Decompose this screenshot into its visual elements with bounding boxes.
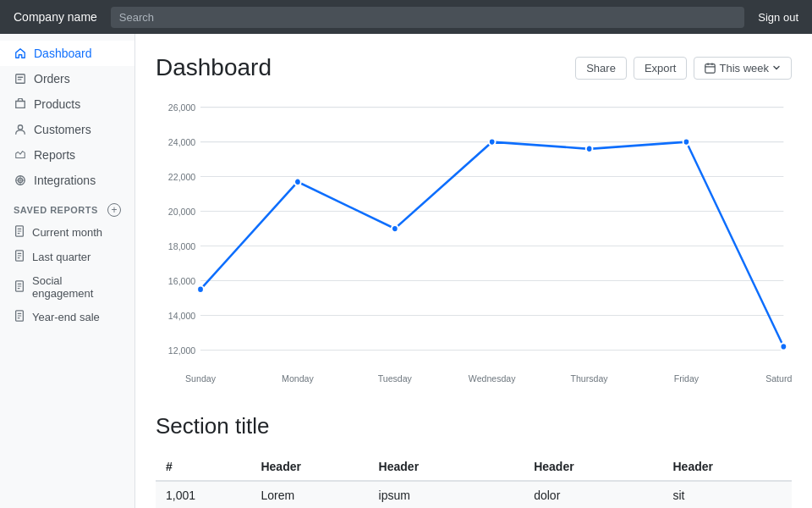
page-header: Dashboard Share Export This week <box>156 54 792 81</box>
sidebar-item-customers[interactable]: Customers <box>0 117 134 142</box>
sidebar-item-reports[interactable]: Reports <box>0 142 134 168</box>
home-icon <box>14 47 27 60</box>
page-title: Dashboard <box>156 54 272 81</box>
products-icon <box>14 97 27 111</box>
date-range-button[interactable]: This week <box>694 57 792 80</box>
table-cell: sit <box>663 481 793 508</box>
saved-report-current-month[interactable]: Current month <box>0 220 134 245</box>
document-icon <box>14 280 25 295</box>
brand-logo: Company name <box>14 10 97 24</box>
saved-report-last-quarter[interactable]: Last quarter <box>0 245 134 269</box>
section-title: Section title <box>156 413 792 439</box>
svg-text:26,000: 26,000 <box>168 102 195 113</box>
svg-point-34 <box>392 225 398 233</box>
table-header: #HeaderHeaderHeaderHeader <box>156 453 792 481</box>
svg-text:Monday: Monday <box>282 373 314 384</box>
calendar-icon <box>705 63 716 74</box>
svg-rect-8 <box>705 64 715 73</box>
svg-text:12,000: 12,000 <box>168 345 195 356</box>
saved-report-year-end-sale[interactable]: Year-end sale <box>0 305 134 329</box>
svg-text:14,000: 14,000 <box>168 310 195 321</box>
table-column-header: Header <box>369 453 524 481</box>
customers-icon <box>14 123 27 136</box>
saved-report-label: Year-end sale <box>32 311 100 323</box>
topbar: Company name Sign out <box>0 0 812 34</box>
chevron-down-icon <box>772 64 781 72</box>
saved-reports-label: SAVED REPORTS <box>14 205 98 215</box>
sidebar-item-label: Customers <box>34 123 91 136</box>
svg-text:20,000: 20,000 <box>168 206 195 217</box>
table-body: 1,001Loremipsumdolorsit1,002ametconsecte… <box>156 481 792 508</box>
chart-container: 12,00014,00016,00018,00020,00022,00024,0… <box>156 98 792 386</box>
sidebar-item-label: Integrations <box>34 174 96 187</box>
svg-point-36 <box>586 146 593 153</box>
main-content: Dashboard Share Export This week 12,0001… <box>135 34 812 508</box>
svg-text:22,000: 22,000 <box>168 171 195 182</box>
svg-text:Tuesday: Tuesday <box>378 373 413 384</box>
table-column-header: Header <box>663 453 793 481</box>
header-actions: Share Export This week <box>575 57 792 80</box>
table-cell: Lorem <box>250 481 368 508</box>
sidebar-item-label: Orders <box>34 72 70 86</box>
svg-text:24,000: 24,000 <box>168 136 195 147</box>
svg-text:18,000: 18,000 <box>168 240 195 251</box>
document-icon <box>14 310 25 324</box>
svg-text:Thursday: Thursday <box>571 373 609 384</box>
add-saved-report-button[interactable]: + <box>107 203 121 217</box>
sidebar-item-label: Dashboard <box>34 47 92 60</box>
svg-text:Saturday: Saturday <box>765 373 792 384</box>
table-row: 1,001Loremipsumdolorsit <box>156 481 792 508</box>
sidebar-item-integrations[interactable]: Integrations <box>0 168 134 193</box>
table-cell: ipsum <box>369 481 524 508</box>
svg-text:16,000: 16,000 <box>168 275 195 286</box>
sidebar: DashboardOrdersProductsCustomersReportsI… <box>0 34 135 508</box>
table-column-header: Header <box>524 453 662 481</box>
data-table: #HeaderHeaderHeaderHeader 1,001Loremipsu… <box>156 453 792 508</box>
svg-text:Wednesday: Wednesday <box>469 373 516 384</box>
signout-button[interactable]: Sign out <box>758 11 798 24</box>
saved-report-label: Last quarter <box>32 251 91 263</box>
saved-report-social-engagement[interactable]: Social engagement <box>0 269 134 305</box>
export-button[interactable]: Export <box>634 57 688 80</box>
svg-text:Friday: Friday <box>674 373 700 384</box>
share-button[interactable]: Share <box>575 57 627 80</box>
sidebar-item-label: Products <box>34 97 80 111</box>
svg-point-38 <box>781 343 787 351</box>
table-cell: 1,001 <box>156 481 250 508</box>
sidebar-item-dashboard[interactable]: Dashboard <box>0 41 134 66</box>
svg-text:Sunday: Sunday <box>185 373 216 384</box>
sidebar-item-label: Reports <box>34 148 75 162</box>
integrations-icon <box>14 174 27 187</box>
saved-report-label: Current month <box>32 226 102 239</box>
orders-icon <box>14 72 27 86</box>
document-icon <box>14 225 25 240</box>
sidebar-item-products[interactable]: Products <box>0 91 134 117</box>
line-chart: 12,00014,00016,00018,00020,00022,00024,0… <box>156 98 792 386</box>
table-cell: dolor <box>524 481 662 508</box>
svg-point-32 <box>197 286 204 294</box>
svg-rect-0 <box>16 75 25 84</box>
reports-icon <box>14 148 27 162</box>
svg-point-33 <box>294 178 301 185</box>
svg-point-35 <box>489 138 496 146</box>
table-column-header: # <box>156 453 250 481</box>
table-column-header: Header <box>250 453 368 481</box>
document-icon <box>14 250 25 264</box>
svg-point-37 <box>683 138 690 146</box>
sidebar-item-orders[interactable]: Orders <box>0 66 134 91</box>
layout: DashboardOrdersProductsCustomersReportsI… <box>0 34 812 508</box>
svg-point-1 <box>18 125 22 130</box>
saved-report-label: Social engagement <box>32 274 121 300</box>
saved-reports-header: SAVED REPORTS + <box>0 193 134 220</box>
search-input[interactable] <box>111 7 744 28</box>
